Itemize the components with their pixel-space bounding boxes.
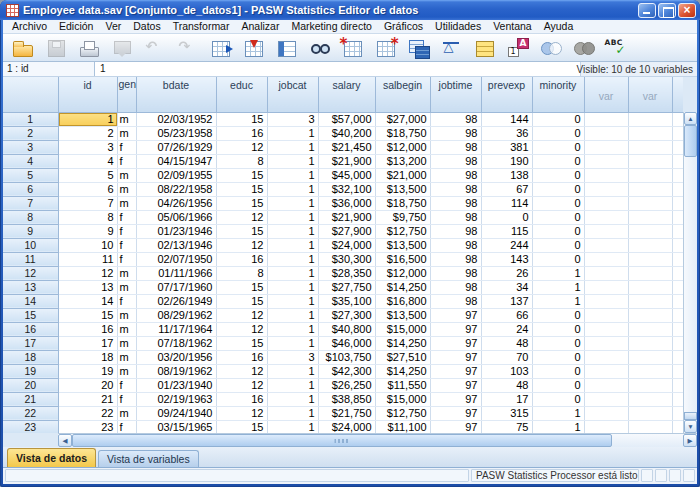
- cell-salbegin-15[interactable]: $13,500: [375, 308, 430, 322]
- menu-item-utilidades[interactable]: Utilidades: [429, 20, 487, 33]
- cell-salbegin-4[interactable]: $13,200: [375, 154, 430, 168]
- cell-var1-23[interactable]: [584, 420, 628, 433]
- vertical-scrollbar[interactable]: ▲ ▼: [683, 112, 697, 433]
- cell-minority-9[interactable]: 0: [532, 224, 584, 238]
- cell-minority-5[interactable]: 0: [532, 168, 584, 182]
- cell-educ-18[interactable]: 16: [216, 350, 267, 364]
- cell-jobtime-7[interactable]: 98: [430, 196, 481, 210]
- cell-var2-15[interactable]: [628, 308, 672, 322]
- column-header-var2[interactable]: var: [628, 77, 672, 112]
- toolbar-button-goto-case[interactable]: [204, 35, 237, 60]
- cell-jobtime-22[interactable]: 97: [430, 406, 481, 420]
- cell-gender-19[interactable]: m: [117, 364, 136, 378]
- cell-var2-20[interactable]: [628, 378, 672, 392]
- cell-var1-4[interactable]: [584, 154, 628, 168]
- cell-salary-3[interactable]: $21,450: [318, 140, 375, 154]
- cell-gender-13[interactable]: m: [117, 280, 136, 294]
- cell-jobcat-17[interactable]: 1: [267, 336, 318, 350]
- cell-salbegin-17[interactable]: $14,250: [375, 336, 430, 350]
- cell-bdate-8[interactable]: 05/06/1966: [136, 210, 216, 224]
- cell-bdate-16[interactable]: 11/17/1964: [136, 322, 216, 336]
- menu-item-analizar[interactable]: Analizar: [235, 20, 285, 33]
- cell-salary-8[interactable]: $21,900: [318, 210, 375, 224]
- vertical-scrollbar-track[interactable]: [684, 157, 697, 412]
- cell-bdate-22[interactable]: 09/24/1940: [136, 406, 216, 420]
- cell-prevexp-9[interactable]: 115: [481, 224, 532, 238]
- cell-jobcat-7[interactable]: 1: [267, 196, 318, 210]
- cell-id-13[interactable]: 13: [58, 280, 117, 294]
- column-header-id[interactable]: id: [58, 77, 117, 112]
- cell-prevexp-14[interactable]: 137: [481, 294, 532, 308]
- cell-salary-15[interactable]: $27,300: [318, 308, 375, 322]
- cell-minority-18[interactable]: 0: [532, 350, 584, 364]
- cell-editor-field[interactable]: 1: [95, 62, 581, 76]
- row-number-12[interactable]: 12: [3, 266, 58, 280]
- cell-educ-12[interactable]: 8: [216, 266, 267, 280]
- cell-educ-2[interactable]: 16: [216, 126, 267, 140]
- cell-educ-17[interactable]: 15: [216, 336, 267, 350]
- cell-var2-9[interactable]: [628, 224, 672, 238]
- cell-educ-20[interactable]: 12: [216, 378, 267, 392]
- cell-salary-21[interactable]: $38,850: [318, 392, 375, 406]
- cell-salary-16[interactable]: $40,800: [318, 322, 375, 336]
- toolbar-button-show-all-variables[interactable]: [567, 35, 600, 60]
- cell-salary-14[interactable]: $35,100: [318, 294, 375, 308]
- cell-id-15[interactable]: 15: [58, 308, 117, 322]
- cell-jobcat-10[interactable]: 1: [267, 238, 318, 252]
- cell-var1-8[interactable]: [584, 210, 628, 224]
- cell-id-21[interactable]: 21: [58, 392, 117, 406]
- cell-var1-12[interactable]: [584, 266, 628, 280]
- cell-gender-20[interactable]: f: [117, 378, 136, 392]
- cell-var2-18[interactable]: [628, 350, 672, 364]
- cell-jobcat-11[interactable]: 1: [267, 252, 318, 266]
- cell-var2-22[interactable]: [628, 406, 672, 420]
- cell-id-20[interactable]: 20: [58, 378, 117, 392]
- maximize-button[interactable]: [658, 3, 676, 18]
- cell-gender-21[interactable]: f: [117, 392, 136, 406]
- cell-educ-15[interactable]: 12: [216, 308, 267, 322]
- cell-bdate-6[interactable]: 08/22/1958: [136, 182, 216, 196]
- cell-minority-7[interactable]: 0: [532, 196, 584, 210]
- cell-jobtime-2[interactable]: 98: [430, 126, 481, 140]
- cell-prevexp-23[interactable]: 75: [481, 420, 532, 433]
- cell-jobcat-8[interactable]: 1: [267, 210, 318, 224]
- cell-jobtime-12[interactable]: 98: [430, 266, 481, 280]
- cell-prevexp-16[interactable]: 24: [481, 322, 532, 336]
- menu-item-transformar[interactable]: Transformar: [167, 20, 236, 33]
- cell-var1-1[interactable]: [584, 112, 628, 126]
- cell-id-18[interactable]: 18: [58, 350, 117, 364]
- row-number-15[interactable]: 15: [3, 308, 58, 322]
- cell-var2-6[interactable]: [628, 182, 672, 196]
- cell-prevexp-6[interactable]: 67: [481, 182, 532, 196]
- cell-var1-18[interactable]: [584, 350, 628, 364]
- cell-gender-12[interactable]: m: [117, 266, 136, 280]
- cell-minority-23[interactable]: 1: [532, 420, 584, 433]
- toolbar-button-save[interactable]: [39, 35, 72, 60]
- cell-var2-8[interactable]: [628, 210, 672, 224]
- cell-gender-7[interactable]: m: [117, 196, 136, 210]
- column-header-var1[interactable]: var: [584, 77, 628, 112]
- row-number-13[interactable]: 13: [3, 280, 58, 294]
- cell-bdate-19[interactable]: 08/19/1962: [136, 364, 216, 378]
- cell-salbegin-19[interactable]: $14,250: [375, 364, 430, 378]
- cell-jobcat-1[interactable]: 3: [267, 112, 318, 126]
- cell-gender-23[interactable]: f: [117, 420, 136, 433]
- cell-minority-19[interactable]: 0: [532, 364, 584, 378]
- cell-var2-11[interactable]: [628, 252, 672, 266]
- cell-gender-10[interactable]: f: [117, 238, 136, 252]
- row-number-16[interactable]: 16: [3, 322, 58, 336]
- cell-minority-14[interactable]: 1: [532, 294, 584, 308]
- cell-minority-13[interactable]: 1: [532, 280, 584, 294]
- cell-var2-3[interactable]: [628, 140, 672, 154]
- cell-var2-1[interactable]: [628, 112, 672, 126]
- cell-bdate-12[interactable]: 01/11/1966: [136, 266, 216, 280]
- cell-id-12[interactable]: 12: [58, 266, 117, 280]
- toolbar-button-split-file[interactable]: [402, 35, 435, 60]
- cell-educ-23[interactable]: 15: [216, 420, 267, 433]
- cell-jobcat-23[interactable]: 1: [267, 420, 318, 433]
- cell-var1-9[interactable]: [584, 224, 628, 238]
- column-header-bdate[interactable]: bdate: [136, 77, 216, 112]
- cell-id-1[interactable]: 1: [58, 112, 117, 126]
- cell-prevexp-8[interactable]: 0: [481, 210, 532, 224]
- cell-prevexp-19[interactable]: 103: [481, 364, 532, 378]
